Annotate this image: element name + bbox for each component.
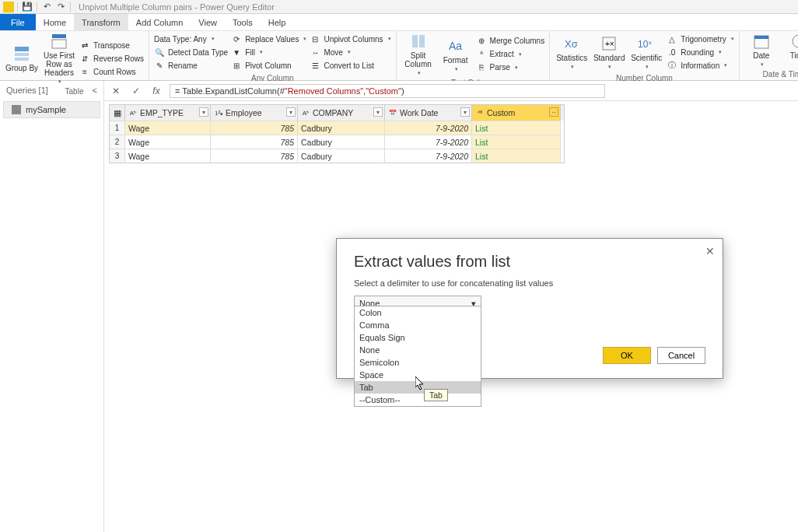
redo-icon[interactable]: ↷ bbox=[54, 2, 67, 12]
queries-pane: Queries [1] < mySample bbox=[0, 81, 104, 532]
menu-home[interactable]: Home bbox=[36, 14, 74, 30]
scientific-button[interactable]: 10ˣScientific bbox=[629, 35, 663, 70]
menu-help[interactable]: Help bbox=[261, 14, 294, 30]
trigonometry-button[interactable]: △Trigonometry bbox=[667, 33, 734, 45]
column-header-workdate[interactable]: 📅Work Date▾ bbox=[385, 105, 472, 121]
split-column-button[interactable]: Split Column bbox=[401, 33, 436, 76]
extract-button[interactable]: ᴬExtract bbox=[476, 48, 545, 61]
close-icon[interactable]: ✕ bbox=[705, 245, 715, 257]
mouse-cursor bbox=[415, 376, 426, 392]
type-number-icon: 1²₃ bbox=[214, 108, 223, 117]
title-bar: 💾 ↶ ↷ Unpivot Multiple Column pairs - Po… bbox=[0, 0, 798, 14]
option-custom[interactable]: --Custom-- bbox=[355, 394, 481, 406]
menu-tools[interactable]: Tools bbox=[225, 14, 261, 30]
format-button[interactable]: AaFormat bbox=[439, 37, 473, 72]
standard-button[interactable]: +×Standard bbox=[592, 35, 626, 70]
option-semicolon[interactable]: Semicolon bbox=[355, 356, 481, 369]
formula-accept-icon[interactable]: ✓ bbox=[129, 86, 143, 96]
ok-button[interactable]: OK bbox=[603, 347, 651, 364]
table-icon bbox=[12, 105, 21, 114]
save-icon[interactable]: 💾 bbox=[21, 2, 33, 12]
menu-add-column[interactable]: Add Column bbox=[128, 14, 191, 30]
move-icon: ↔ bbox=[310, 47, 320, 58]
date-icon bbox=[753, 33, 770, 50]
first-row-icon bbox=[51, 33, 68, 50]
transpose-button[interactable]: ⇄Transpose bbox=[79, 39, 144, 51]
ribbon-group-datetime: Date Time Duration Date & Time Column bbox=[740, 31, 798, 80]
filter-icon[interactable]: ▾ bbox=[460, 107, 470, 117]
formula-bar: ✕ ✓ fx = Table.ExpandListColumn(#"Remove… bbox=[104, 81, 798, 101]
rounding-button[interactable]: .0Rounding bbox=[667, 46, 734, 58]
time-icon bbox=[790, 33, 798, 50]
time-button[interactable]: Time bbox=[782, 33, 798, 68]
unpivot-columns-button[interactable]: ⊟Unpivot Columns bbox=[310, 33, 390, 45]
svg-rect-13 bbox=[754, 36, 768, 39]
parse-button[interactable]: ⎘Parse bbox=[476, 61, 545, 74]
option-colon[interactable]: Colon bbox=[355, 306, 481, 319]
grid-corner[interactable]: ▦ bbox=[110, 105, 125, 121]
table-row[interactable]: 3 Wage 785 Cadbury 7-9-2020 List bbox=[110, 149, 564, 163]
merge-columns-button[interactable]: ⊕Merge Columns bbox=[476, 35, 545, 47]
svg-text:+×: +× bbox=[605, 40, 614, 48]
menu-bar: File Home Transform Add Column View Tool… bbox=[0, 14, 798, 31]
undo-icon[interactable]: ↶ bbox=[40, 2, 53, 12]
info-icon: ⓘ bbox=[667, 60, 677, 71]
formula-input[interactable]: = Table.ExpandListColumn(#"Removed Colum… bbox=[170, 84, 605, 98]
rename-button[interactable]: ✎Rename bbox=[154, 59, 228, 72]
menu-view[interactable]: View bbox=[191, 14, 225, 30]
reverse-icon: ⇵ bbox=[79, 53, 90, 64]
detect-type-button[interactable]: 🔍Detect Data Type bbox=[154, 46, 228, 58]
svg-rect-2 bbox=[15, 58, 29, 61]
information-button[interactable]: ⓘInformation bbox=[667, 59, 734, 72]
filter-icon[interactable]: ▾ bbox=[286, 107, 296, 117]
data-type-button[interactable]: Data Type: Any bbox=[154, 33, 228, 45]
svg-text:Xσ: Xσ bbox=[565, 38, 578, 50]
count-icon: ≡ bbox=[79, 66, 90, 77]
date-button[interactable]: Date bbox=[744, 33, 779, 68]
trig-icon: △ bbox=[667, 33, 677, 44]
option-equals[interactable]: Equals Sign bbox=[355, 331, 481, 344]
formula-cancel-icon[interactable]: ✕ bbox=[109, 86, 123, 96]
convert-list-button[interactable]: ☰Convert to List bbox=[310, 59, 390, 72]
pivot-icon: ⊞ bbox=[231, 60, 242, 71]
ribbon-label-datetime: Date & Time Column bbox=[740, 69, 798, 80]
expand-column-icon[interactable]: ↔ bbox=[549, 107, 558, 117]
pivot-column-button[interactable]: ⊞Pivot Column bbox=[231, 59, 306, 72]
group-by-button[interactable]: Group By bbox=[5, 45, 39, 72]
window-title: Unpivot Multiple Column pairs - Power Qu… bbox=[79, 2, 275, 12]
table-row[interactable]: 2 Wage 785 Cadbury 7-9-2020 List bbox=[110, 135, 564, 149]
count-rows-button[interactable]: ≡Count Rows bbox=[79, 65, 144, 78]
fill-button[interactable]: ▼Fill bbox=[231, 46, 306, 58]
svg-text:10ˣ: 10ˣ bbox=[638, 39, 652, 50]
column-header-emptype[interactable]: AᵇEMP_TYPE▾ bbox=[125, 105, 211, 121]
ribbon-group-numbercolumn: XσStatistics +×Standard 10ˣScientific △T… bbox=[550, 31, 740, 80]
column-header-company[interactable]: AᵇCOMPANY▾ bbox=[298, 105, 385, 121]
menu-transform[interactable]: Transform bbox=[74, 14, 128, 30]
app-icon bbox=[3, 2, 14, 12]
query-item[interactable]: mySample bbox=[3, 101, 100, 118]
ribbon-group-textcolumn: Split Column AaFormat ⊕Merge Columns ᴬEx… bbox=[397, 31, 551, 80]
reverse-rows-button[interactable]: ⇵Reverse Rows bbox=[79, 52, 144, 65]
filter-icon[interactable]: ▾ bbox=[199, 107, 208, 117]
svg-point-14 bbox=[793, 35, 798, 47]
extract-text-icon: ᴬ bbox=[476, 49, 487, 60]
menu-file[interactable]: File bbox=[0, 14, 36, 30]
replace-values-button[interactable]: ⟳Replace Values bbox=[231, 33, 306, 45]
filter-icon[interactable]: ▾ bbox=[373, 107, 383, 117]
table-row[interactable]: 1 Wage 785 Cadbury 7-9-2020 List bbox=[110, 121, 564, 135]
option-comma[interactable]: Comma bbox=[355, 319, 481, 331]
fx-icon[interactable]: fx bbox=[149, 86, 163, 96]
move-button[interactable]: ↔Move bbox=[310, 46, 390, 58]
standard-icon: +× bbox=[600, 35, 618, 52]
cancel-button[interactable]: Cancel bbox=[657, 347, 705, 364]
statistics-button[interactable]: XσStatistics bbox=[555, 35, 589, 70]
type-text-icon: Aᵇ bbox=[301, 108, 310, 117]
svg-rect-5 bbox=[412, 35, 418, 47]
column-header-custom[interactable]: ᴬᴮCustom↔ bbox=[472, 105, 561, 121]
format-icon: Aa bbox=[447, 37, 464, 54]
first-row-headers-button[interactable]: Use First Row as Headers bbox=[42, 33, 76, 85]
svg-rect-4 bbox=[52, 40, 66, 48]
option-none[interactable]: None bbox=[355, 344, 481, 356]
column-header-employee[interactable]: 1²₃Employee▾ bbox=[211, 105, 298, 121]
ribbon-group-table: Group By Use First Row as Headers ⇄Trans… bbox=[0, 31, 149, 80]
